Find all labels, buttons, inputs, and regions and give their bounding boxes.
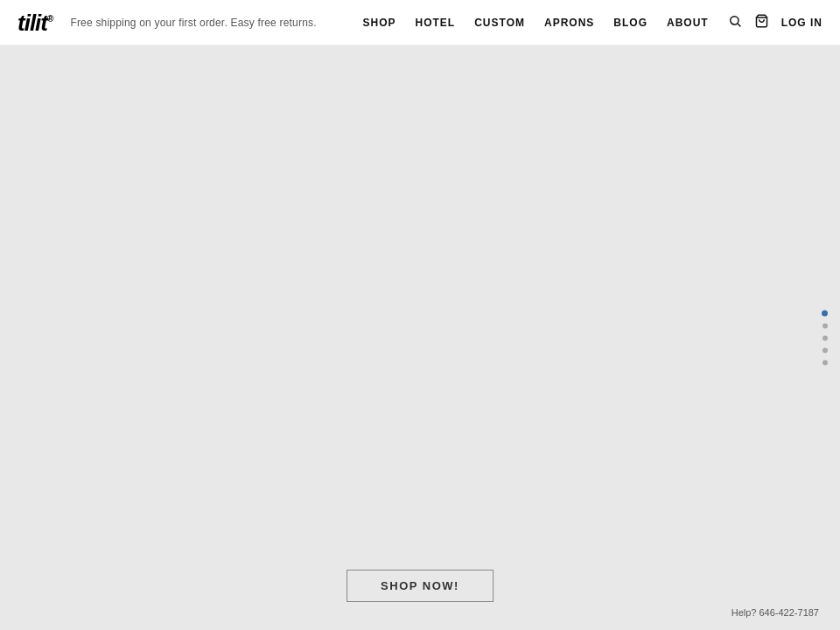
- help-text: Help? 646-422-7187: [732, 607, 819, 618]
- nav-item-custom[interactable]: CUSTOM: [474, 17, 525, 29]
- logo-text: tilit: [18, 10, 47, 36]
- site-header: tilit® Free shipping on your first order…: [0, 0, 840, 46]
- svg-line-1: [738, 24, 740, 26]
- slide-dot-2[interactable]: [822, 324, 828, 329]
- cart-icon[interactable]: [754, 14, 769, 32]
- shop-now-button[interactable]: SHOP NOW!: [346, 570, 494, 602]
- nav-item-blog[interactable]: BLOG: [613, 17, 648, 29]
- login-link[interactable]: LOG IN: [781, 17, 822, 29]
- site-logo[interactable]: tilit®: [18, 11, 52, 34]
- nav-icons: LOG IN: [728, 14, 822, 32]
- nav-item-hotel[interactable]: HOTEL: [416, 17, 456, 29]
- header-left: tilit® Free shipping on your first order…: [18, 11, 317, 34]
- slide-dot-5[interactable]: [822, 360, 828, 366]
- nav-item-about[interactable]: ABOUT: [667, 17, 709, 29]
- shop-now-wrapper: SHOP NOW!: [346, 570, 494, 602]
- main-content: SHOP NOW! Help? 646-422-7187: [0, 46, 840, 630]
- search-icon[interactable]: [728, 14, 742, 32]
- logo-registered: ®: [47, 14, 52, 24]
- slide-dot-3[interactable]: [822, 336, 828, 341]
- slide-dot-1[interactable]: [822, 311, 828, 317]
- nav-item-aprons[interactable]: APRONS: [544, 17, 594, 29]
- slide-dots[interactable]: [822, 311, 828, 366]
- nav-item-shop[interactable]: SHOP: [363, 17, 396, 29]
- site-tagline: Free shipping on your first order. Easy …: [70, 17, 316, 29]
- main-nav: SHOP HOTEL CUSTOM APRONS BLOG ABOUT LOG …: [363, 14, 823, 32]
- slide-dot-4[interactable]: [822, 348, 828, 354]
